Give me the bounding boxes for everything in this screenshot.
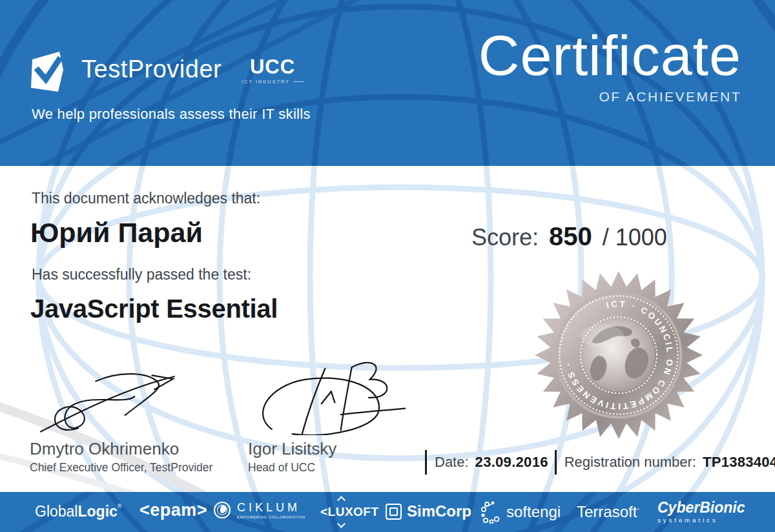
ceo-name: Dmytro Okhrimenko [30,439,236,459]
meta-row: Date: 23.09.2016 Registration number: TP… [425,449,775,475]
globallogic-text: Global [35,503,78,520]
ceo-title: Chief Executive Officer, TestProvider [30,461,236,475]
passed-label: Has successfully passed the test: [32,266,251,283]
certificate-title-block: Certificate OF ACHIEVEMENT [479,26,741,105]
score-label: Score: [471,224,539,251]
test-name: JavaScript Essential [30,294,278,323]
terrasoft-text: Terrasoft [577,503,637,520]
ucc-logo-text: UCC [242,57,304,77]
partner-softengi: softengi [480,500,561,524]
score-value: 850 [549,222,592,251]
ucc-logo: UCC ICT INDUSTRY [242,57,304,84]
ucc-head-signature-icon [248,356,409,435]
simcorp-text: SimCorp [407,502,471,520]
ucc-head-name: Igor Lisitsky [248,439,442,459]
partner-ciklum: CIKLUM EMPOWERING COLLABORATION [213,501,305,519]
registration-value: TP13834044 [703,454,775,471]
acknowledge-label: This document acknowledges that: [32,190,260,207]
partner-epam: <epam> [140,500,207,520]
signature-block-ucc-head: Igor Lisitsky Head of UCC [248,356,442,475]
ict-council-seal: ICT · COUNCIL ON COMPETITIVENESS · [533,270,704,440]
score-row: Score: 850 / 1000 [471,222,667,251]
brand-name: TestProvider [81,56,222,83]
partner-simcorp: SimCorp [386,502,471,520]
signature-block-ceo: Dmytro Okhrimenko Chief Executive Office… [30,359,236,475]
date-value: 23.09.2016 [475,454,548,471]
date-label: Date: [435,454,469,471]
separator-bar [425,450,427,475]
softengi-text: softengi [506,503,561,521]
registration-label: Registration number: [564,454,696,471]
header-band: TestProvider UCC ICT INDUSTRY We help pr… [0,0,775,166]
luxoft-caret-down-icon [337,520,346,528]
separator-bar [555,450,557,475]
luxoft-text: <LUXOFT [320,505,379,518]
cyberbionic-subtext: systematics [657,517,745,524]
softengi-dots-icon [480,500,502,524]
partner-cyberbionic: CyberBionic systematics [657,500,745,524]
partner-terrasoft: Terrasoft· [577,503,640,521]
header-tagline: We help professionals assess their IT sk… [32,106,311,123]
cyberbionic-text: CyberBionic [657,500,745,515]
certificate-subtitle: OF ACHIEVEMENT [479,89,741,105]
ucc-logo-subtext: ICT INDUSTRY [242,79,290,84]
testprovider-checkmark-icon [30,50,66,94]
luxoft-caret-up-icon [337,496,346,504]
ciklum-globe-icon [213,501,231,519]
partners-band: GlobalLogic® <epam> CIKLUM EMPOWERING CO… [0,492,775,532]
ucc-logo-line [293,81,304,82]
globallogic-text-bold: Logic [78,503,117,520]
ciklum-tagline: EMPOWERING COLLABORATION [237,515,305,519]
terrasoft-mark: · [637,504,639,513]
ucc-head-title: Head of UCC [248,461,442,475]
certificate: TestProvider UCC ICT INDUSTRY We help pr… [0,0,775,532]
ciklum-text: CIKLUM [237,502,305,513]
recipient-name: Юрий Парай [30,217,203,249]
ceo-signature-icon [30,359,191,435]
simcorp-squares-icon [386,504,402,520]
globallogic-mark: ® [118,503,122,509]
certificate-title: Certificate [479,26,741,85]
partner-globallogic: GlobalLogic® [35,503,121,520]
score-total: / 1000 [603,224,667,251]
